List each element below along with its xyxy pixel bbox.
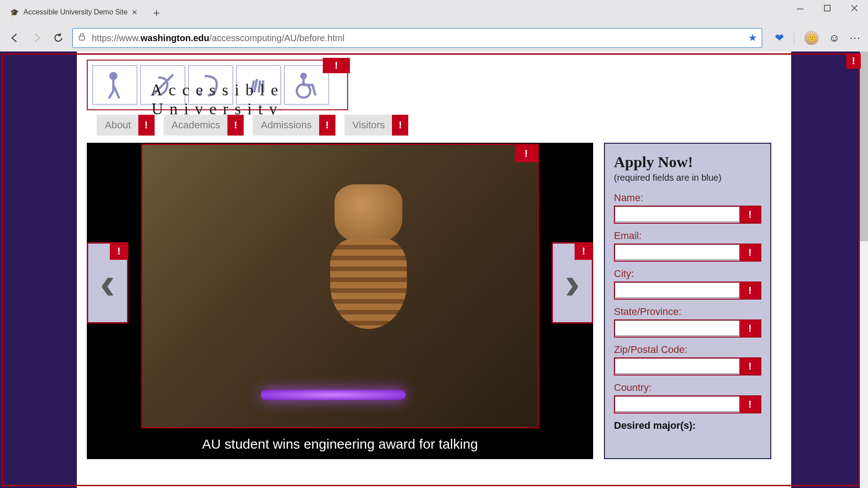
logo-icon-wheelchair	[284, 65, 329, 105]
label-city: City:	[614, 268, 761, 280]
error-badge-nav[interactable]: !	[227, 115, 244, 136]
titlebar: 🎓 Accessible University Demo Site ✕ +	[0, 0, 868, 24]
label-name: Name:	[614, 192, 761, 204]
address-bar[interactable]: https://www.washington.edu/accesscomputi…	[72, 28, 762, 48]
carousel-caption: AU student wins engineering award for ta…	[202, 436, 478, 452]
input-country[interactable]	[615, 396, 740, 412]
more-icon[interactable]: ···	[850, 32, 861, 44]
close-window-button[interactable]	[841, 0, 868, 16]
svg-point-7	[301, 73, 307, 79]
input-name[interactable]	[615, 206, 740, 222]
input-zip[interactable]	[615, 358, 740, 374]
chevron-right-icon: ›	[565, 260, 580, 305]
field-country: Country: !	[614, 382, 761, 413]
form-heading: Apply Now!	[614, 154, 761, 171]
svg-rect-1	[825, 5, 830, 11]
feedback-icon[interactable]: ☺	[829, 32, 840, 44]
carousel: ! ‹ ! › ! AU student wins engineering aw…	[87, 143, 593, 459]
nav-academics[interactable]: Academics !	[164, 115, 244, 136]
lock-icon	[77, 33, 86, 43]
input-city[interactable]	[615, 282, 740, 298]
page-viewport: ! Accessible University ! About !	[0, 52, 868, 488]
favorites-icon[interactable]: ❤	[775, 32, 784, 44]
error-badge-nav[interactable]: !	[319, 115, 335, 136]
main-nav: About ! Academics ! Admissions ! Visitor…	[97, 115, 781, 136]
url-text: https://www.washington.edu/accesscomputi…	[92, 33, 745, 43]
required-note: (required fields are in blue)	[614, 173, 761, 183]
main-content: ! ‹ ! › ! AU student wins engineering aw…	[87, 143, 781, 459]
carousel-prev-button[interactable]: ‹ !	[87, 242, 128, 324]
site-logo[interactable]: Accessible University !	[87, 60, 348, 110]
page-content: Accessible University ! About ! Academic…	[77, 52, 791, 488]
label-country: Country:	[614, 382, 761, 394]
browser-window: 🎓 Accessible University Demo Site ✕ +	[0, 0, 868, 488]
browser-tab[interactable]: 🎓 Accessible University Demo Site ✕	[4, 3, 144, 22]
svg-rect-4	[79, 36, 85, 40]
divider	[794, 32, 794, 44]
refresh-button[interactable]	[51, 30, 66, 46]
browser-toolbar: https://www.washington.edu/accesscomputi…	[0, 24, 868, 52]
accessibility-error-badge[interactable]: !	[846, 53, 861, 69]
error-badge-arrow[interactable]: !	[575, 243, 593, 260]
scrollbar-thumb[interactable]	[860, 52, 868, 241]
forward-button[interactable]	[29, 30, 44, 46]
field-zip: Zip/Postal Code: !	[614, 344, 761, 375]
error-badge-input[interactable]: !	[740, 396, 760, 413]
label-state: State/Province:	[614, 306, 761, 318]
field-city: City: !	[614, 268, 761, 300]
scrollbar[interactable]	[860, 52, 868, 488]
toolbar-right: ❤ 🙂 ☺ ···	[775, 31, 861, 45]
close-tab-icon[interactable]: ✕	[132, 8, 137, 17]
carousel-slide-image: !	[141, 144, 539, 428]
majors-label: Desired major(s):	[614, 420, 761, 432]
tab-title: Accessible University Demo Site	[24, 8, 128, 16]
error-badge-input[interactable]: !	[740, 282, 760, 299]
profile-avatar[interactable]: 🙂	[804, 31, 819, 45]
svg-point-5	[109, 72, 117, 80]
maximize-button[interactable]	[814, 0, 841, 16]
label-email: Email:	[614, 230, 761, 242]
field-name: Name: !	[614, 192, 761, 224]
error-badge-input[interactable]: !	[740, 206, 760, 223]
logo-icon-person-cane	[92, 65, 137, 105]
input-state[interactable]	[615, 320, 740, 336]
svg-point-8	[297, 84, 311, 98]
label-zip: Zip/Postal Code:	[614, 344, 761, 356]
nav-about[interactable]: About !	[97, 115, 155, 136]
error-badge-input[interactable]: !	[740, 320, 760, 337]
favorite-star-icon[interactable]: ★	[748, 32, 757, 44]
nav-visitors[interactable]: Visitors !	[344, 115, 409, 136]
error-badge-nav[interactable]: !	[138, 115, 155, 136]
field-state: State/Province: !	[614, 306, 761, 338]
back-button[interactable]	[7, 30, 23, 46]
input-email[interactable]	[615, 244, 740, 260]
favicon-icon: 🎓	[10, 8, 19, 17]
logo-icon-ear	[188, 65, 233, 105]
carousel-next-button[interactable]: › !	[552, 242, 593, 324]
error-badge-slide[interactable]: !	[515, 145, 538, 162]
chevron-left-icon: ‹	[100, 260, 115, 305]
minimize-button[interactable]	[787, 0, 814, 16]
apply-form: Apply Now! (required fields are in blue)…	[604, 143, 771, 459]
field-email: Email: !	[614, 230, 761, 262]
logo-icon-sign-language	[236, 65, 281, 105]
error-badge-arrow[interactable]: !	[110, 243, 128, 260]
logo-icon-no-hearing	[140, 65, 185, 105]
error-badge-nav[interactable]: !	[392, 115, 408, 136]
nav-admissions[interactable]: Admissions !	[253, 115, 335, 136]
error-badge-input[interactable]: !	[740, 358, 760, 375]
window-controls	[787, 0, 868, 16]
error-badge-input[interactable]: !	[740, 244, 760, 261]
error-badge-logo[interactable]: !	[323, 58, 350, 73]
new-tab-button[interactable]: +	[148, 5, 165, 21]
